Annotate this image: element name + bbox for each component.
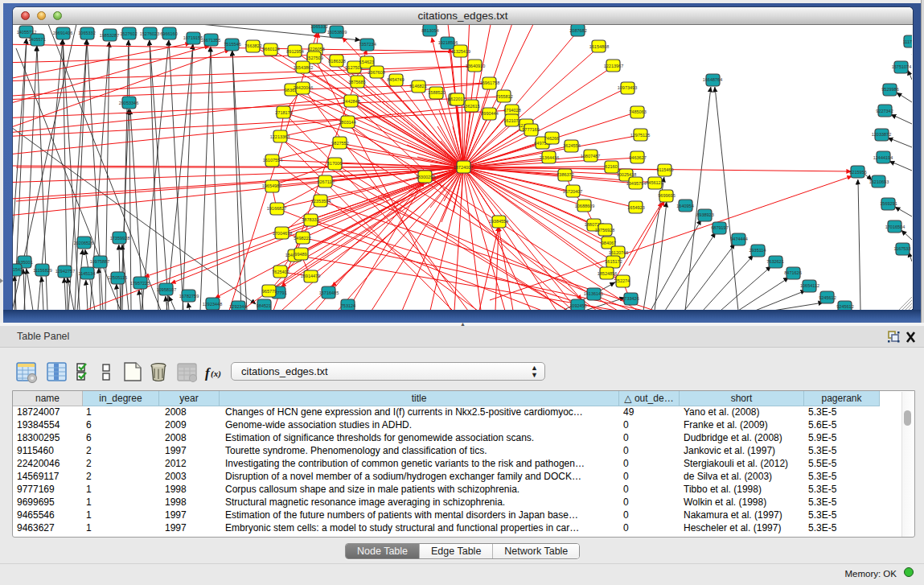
svg-text:7386372: 7386372: [556, 172, 573, 177]
svg-text:984067: 984067: [602, 241, 616, 245]
svg-text:1145134: 1145134: [78, 271, 95, 276]
svg-text:10688609: 10688609: [575, 204, 594, 208]
svg-text:7357234: 7357234: [359, 42, 376, 47]
svg-text:10973493: 10973493: [618, 85, 637, 90]
svg-text:9115460: 9115460: [656, 167, 673, 172]
svg-text:99489: 99489: [294, 252, 306, 257]
svg-text:5498222: 5498222: [294, 236, 310, 241]
svg-text:18524856: 18524856: [598, 271, 617, 276]
svg-text:17004678: 17004678: [273, 231, 292, 236]
svg-text:19384554: 19384554: [489, 219, 508, 224]
svg-text:3267110: 3267110: [317, 179, 334, 184]
svg-text:3878332: 3878332: [302, 217, 318, 222]
svg-text:20206526: 20206526: [74, 241, 93, 245]
svg-text:17957225: 17957225: [130, 281, 150, 286]
svg-text:6794028: 6794028: [503, 108, 520, 113]
svg-text:19166827: 19166827: [267, 206, 286, 211]
svg-text:8454749: 8454749: [387, 77, 404, 82]
svg-text:21364436: 21364436: [540, 155, 559, 160]
svg-text:10025438: 10025438: [617, 172, 636, 177]
svg-text:9146821: 9146821: [409, 84, 426, 89]
svg-text:11325419: 11325419: [451, 49, 470, 54]
svg-text:16107554: 16107554: [263, 158, 282, 163]
svg-text:16154808: 16154808: [589, 44, 609, 49]
svg-text:391541: 391541: [13, 267, 23, 272]
svg-text:18724007: 18724007: [454, 165, 473, 170]
svg-text:8938923: 8938923: [696, 212, 713, 217]
svg-text:16543862: 16543862: [294, 65, 313, 70]
svg-text:10975887: 10975887: [90, 259, 109, 264]
svg-text:252274: 252274: [615, 278, 630, 283]
svg-text:1065332: 1065332: [78, 31, 95, 35]
svg-text:16914479: 16914479: [301, 274, 320, 278]
svg-text:7663822: 7663822: [244, 43, 261, 48]
svg-text:1733426: 1733426: [622, 296, 639, 301]
svg-text:8912954: 8912954: [286, 49, 303, 54]
svg-text:1640954: 1640954: [676, 204, 693, 208]
svg-text:9660124: 9660124: [262, 47, 279, 51]
svg-text:1654923: 1654923: [627, 205, 644, 210]
svg-text:7955812: 7955812: [495, 94, 512, 99]
svg-text:19654987: 19654987: [262, 183, 281, 188]
svg-text:1092450: 1092450: [569, 303, 586, 308]
svg-text:2803144: 2803144: [339, 120, 355, 125]
svg-text:1167533: 1167533: [893, 246, 910, 251]
svg-text:12942757: 12942757: [55, 269, 75, 274]
svg-text:1362615: 1362615: [462, 104, 479, 109]
svg-text:20053346: 20053346: [119, 101, 138, 105]
svg-text:3875685: 3875685: [348, 80, 365, 84]
svg-text:19756928: 19756928: [595, 228, 614, 233]
svg-text:1405571: 1405571: [28, 37, 45, 42]
svg-text:14136141: 14136141: [584, 291, 603, 296]
svg-text:17016504: 17016504: [885, 225, 905, 229]
svg-text:7485063: 7485063: [629, 109, 646, 114]
svg-text:15276023: 15276023: [140, 31, 159, 36]
svg-text:10654112: 10654112: [800, 283, 819, 288]
svg-text:19853287: 19853287: [100, 33, 119, 38]
svg-text:17359928: 17359928: [110, 236, 129, 241]
svg-text:16648764: 16648764: [703, 77, 722, 82]
svg-text:9777169: 9777169: [522, 127, 539, 132]
svg-text:7625402: 7625402: [272, 270, 289, 274]
svg-text:24420046: 24420046: [294, 85, 313, 90]
svg-text:10958107: 10958107: [157, 287, 176, 292]
svg-text:12505115: 12505115: [108, 275, 127, 280]
svg-text:2718176: 2718176: [275, 110, 292, 115]
svg-text:8215956: 8215956: [849, 170, 866, 175]
svg-text:8186328: 8186328: [328, 59, 345, 64]
svg-text:18300295: 18300295: [416, 175, 435, 179]
svg-text:1527509: 1527509: [306, 56, 322, 60]
svg-text:(x): (x): [211, 369, 221, 379]
svg-text:3226058: 3226058: [307, 47, 324, 51]
svg-text:965779: 965779: [262, 289, 277, 294]
svg-text:8813054: 8813054: [421, 28, 438, 33]
svg-text:12975125: 12975125: [630, 133, 650, 138]
svg-text:16671355: 16671355: [201, 38, 220, 43]
svg-text:13640910: 13640910: [466, 64, 485, 68]
svg-text:1569291: 1569291: [880, 201, 897, 206]
svg-text:12213967: 12213967: [604, 64, 623, 68]
svg-text:1292344: 1292344: [229, 304, 246, 309]
svg-text:16961758: 16961758: [480, 80, 499, 85]
svg-text:10719155: 10719155: [183, 35, 203, 40]
svg-text:1065332: 1065332: [310, 25, 327, 29]
svg-text:12923448: 12923448: [203, 302, 222, 307]
svg-text:1527602: 1527602: [120, 31, 137, 36]
svg-text:8456121: 8456121: [646, 180, 663, 185]
svg-text:9463627: 9463627: [629, 155, 646, 160]
svg-text:154623: 154623: [359, 60, 374, 64]
svg-text:2087682: 2087682: [569, 28, 586, 33]
svg-text:8471626: 8471626: [784, 270, 801, 275]
svg-text:753124: 753124: [341, 303, 355, 308]
svg-text:1117532: 1117532: [903, 39, 912, 44]
svg-text:10807487: 10807487: [581, 154, 600, 159]
svg-text:7515546: 7515546: [224, 42, 240, 47]
svg-text:746266: 746266: [544, 136, 559, 141]
svg-text:12213363: 12213363: [270, 134, 290, 139]
svg-text:16210693: 16210693: [869, 179, 889, 184]
svg-text:62160: 62160: [605, 164, 617, 169]
svg-text:11156829: 11156829: [33, 268, 52, 273]
svg-text:12033872: 12033872: [872, 132, 891, 137]
svg-text:2442848: 2442848: [343, 99, 359, 104]
svg-text:15751074: 15751074: [892, 64, 911, 69]
